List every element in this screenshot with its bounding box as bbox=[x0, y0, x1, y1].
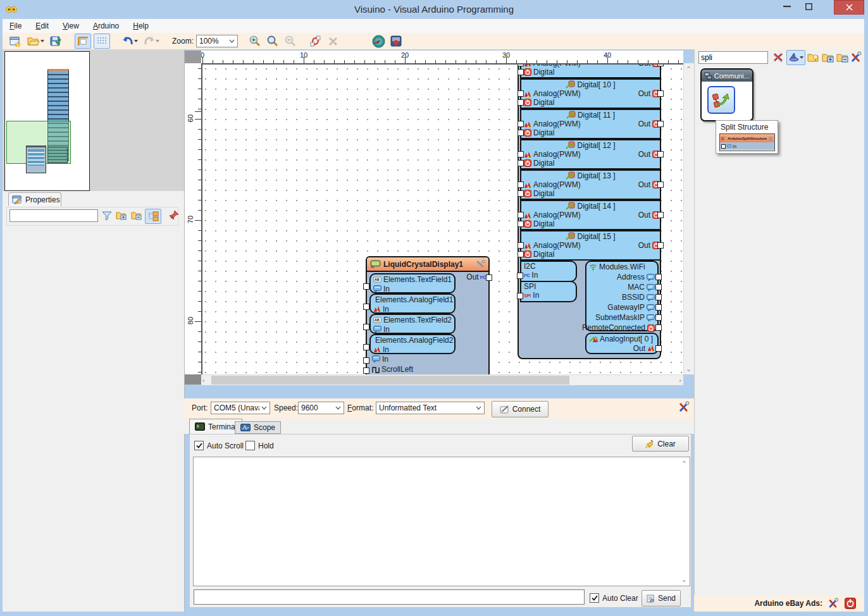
view-mode-button[interactable] bbox=[145, 209, 161, 224]
pin[interactable] bbox=[363, 283, 369, 290]
digital-pin-block[interactable]: Digital[ 13 ] Analog(PWM) Out Digital bbox=[520, 169, 661, 200]
maximize-button[interactable] bbox=[798, 0, 819, 13]
digital-pin-block-partial[interactable]: Analog(PWM) Out Digital bbox=[520, 63, 661, 78]
redo-button[interactable] bbox=[142, 34, 161, 48]
i2c-channel-block[interactable]: I2C I²C In bbox=[520, 261, 577, 282]
filter-icon[interactable] bbox=[102, 211, 112, 221]
lcd-element[interactable]: AB Elements.TextField2 In bbox=[369, 314, 456, 334]
hold-option[interactable]: Hold bbox=[245, 441, 274, 450]
lcd-element[interactable]: AB Elements.AnalogField1 In bbox=[369, 293, 456, 314]
pin[interactable] bbox=[655, 314, 662, 321]
pin[interactable] bbox=[363, 344, 369, 350]
delete-button[interactable] bbox=[325, 34, 340, 48]
pin[interactable] bbox=[657, 182, 664, 188]
pin[interactable] bbox=[518, 221, 524, 227]
filter-favorites-icon[interactable] bbox=[807, 52, 820, 63]
digital-pin-block[interactable]: Digital[ 12 ] Analog(PWM) Out Digital bbox=[520, 139, 661, 169]
wifi-module-block[interactable]: Modules.WiFi Address MAC BSSID GatewayIP bbox=[585, 261, 659, 331]
serial-settings-icon[interactable] bbox=[678, 401, 690, 413]
open-project-button[interactable] bbox=[25, 34, 46, 48]
zoom-reset-button[interactable] bbox=[264, 34, 280, 48]
spi-channel-block[interactable]: SPI SPI In bbox=[520, 281, 577, 302]
port-combobox[interactable]: COM5 (Unava bbox=[211, 402, 270, 414]
pin[interactable] bbox=[657, 151, 664, 157]
auto-scroll-option[interactable]: Auto Scroll bbox=[194, 441, 244, 450]
pin[interactable] bbox=[518, 212, 524, 218]
compile-button[interactable] bbox=[371, 34, 386, 48]
tools-icon[interactable] bbox=[476, 260, 485, 268]
collapse-all-icon[interactable] bbox=[131, 211, 142, 220]
pin[interactable] bbox=[518, 242, 524, 249]
pin[interactable] bbox=[518, 130, 524, 136]
pin[interactable] bbox=[655, 304, 662, 311]
canvas-horizontal-scrollbar[interactable]: ‹ › bbox=[201, 374, 683, 385]
menu-file[interactable]: File bbox=[3, 20, 28, 32]
digital-pin-block[interactable]: Digital[ 14 ] Analog(PWM) Out Digital bbox=[520, 200, 661, 230]
format-combobox[interactable]: Unformatted Text bbox=[376, 402, 485, 414]
pin[interactable] bbox=[657, 242, 664, 249]
pin[interactable] bbox=[517, 293, 523, 299]
arrange-wires-button[interactable] bbox=[307, 34, 323, 48]
pin[interactable] bbox=[655, 324, 662, 331]
minimize-button[interactable] bbox=[777, 0, 797, 13]
design-canvas[interactable]: Analog(PWM) Out Digital Digital[ 10 ] An… bbox=[201, 63, 683, 374]
component-search-input[interactable] bbox=[698, 51, 768, 64]
speed-combobox[interactable]: 9600 bbox=[298, 402, 344, 414]
pin[interactable] bbox=[518, 99, 524, 106]
terminal-scroll-down[interactable]: ⌄ bbox=[681, 575, 687, 584]
pin[interactable] bbox=[657, 63, 664, 66]
pin[interactable] bbox=[518, 160, 524, 166]
pin[interactable] bbox=[517, 273, 523, 279]
auto-clear-checkbox[interactable] bbox=[590, 593, 599, 603]
ads-settings-icon[interactable] bbox=[828, 598, 840, 609]
pin[interactable] bbox=[518, 90, 524, 97]
scroll-up-arrow[interactable]: ⌃ bbox=[686, 65, 691, 73]
pin[interactable] bbox=[655, 294, 662, 300]
terminal-output-area[interactable]: ⌃ ⌄ bbox=[193, 457, 690, 586]
zoom-in-button[interactable] bbox=[247, 34, 262, 48]
ads-power-icon[interactable] bbox=[845, 598, 856, 609]
pin[interactable] bbox=[655, 345, 662, 352]
zoom-combobox[interactable]: 100% bbox=[196, 35, 238, 47]
properties-filter-input[interactable] bbox=[9, 209, 98, 222]
canvas-vertical-scrollbar[interactable]: ⌃ ⌄ bbox=[683, 63, 695, 374]
pin[interactable] bbox=[518, 151, 524, 157]
category-communication[interactable]: Communi... bbox=[700, 68, 753, 121]
expand-categories-icon[interactable] bbox=[822, 52, 834, 63]
auto-clear-option[interactable]: Auto Clear bbox=[590, 593, 638, 603]
send-button[interactable]: Send bbox=[642, 590, 681, 607]
pin[interactable] bbox=[657, 90, 664, 97]
pin[interactable] bbox=[363, 367, 369, 374]
scroll-right-arrow[interactable]: › bbox=[679, 376, 681, 385]
diagram-minimap[interactable] bbox=[4, 51, 90, 191]
digital-pin-block[interactable]: Digital[ 11 ] Analog(PWM) Out Digital bbox=[520, 109, 661, 139]
connect-button[interactable]: Connect bbox=[492, 401, 549, 417]
lcd-header[interactable]: PL LiquidCrystalDisplay1 bbox=[367, 257, 488, 272]
lcd-element[interactable]: AB Elements.AnalogField2 In bbox=[369, 334, 456, 354]
pin[interactable] bbox=[655, 274, 662, 280]
toggle-grid-button[interactable] bbox=[94, 34, 110, 49]
analog-input-block[interactable]: AnalogInput[ 0 ] Out bbox=[585, 333, 659, 354]
menu-edit[interactable]: Edit bbox=[28, 20, 56, 32]
pin[interactable] bbox=[486, 274, 492, 281]
wizard-button[interactable] bbox=[786, 50, 805, 65]
pin[interactable] bbox=[363, 304, 369, 310]
close-button[interactable] bbox=[834, 0, 864, 15]
menu-help[interactable]: Help bbox=[126, 20, 156, 32]
terminal-scroll-up[interactable]: ⌃ bbox=[681, 459, 687, 468]
auto-scroll-checkbox[interactable] bbox=[194, 441, 204, 450]
collapse-categories-icon[interactable] bbox=[836, 52, 849, 63]
pin[interactable] bbox=[518, 63, 524, 66]
pin[interactable] bbox=[518, 190, 524, 197]
pin[interactable] bbox=[518, 251, 524, 257]
menu-arduino[interactable]: Arduino bbox=[86, 20, 126, 32]
digital-pin-block[interactable]: Digital[ 10 ] Analog(PWM) Out Digital bbox=[520, 78, 661, 109]
lcd-element[interactable]: AB Elements.TextField1 In bbox=[369, 273, 456, 293]
pin[interactable] bbox=[518, 69, 524, 75]
scroll-down-arrow[interactable]: ⌄ bbox=[686, 364, 691, 373]
hold-checkbox[interactable] bbox=[245, 441, 255, 450]
tab-scope[interactable]: Scope bbox=[235, 421, 281, 434]
pin[interactable] bbox=[363, 324, 369, 330]
menu-view[interactable]: View bbox=[56, 20, 86, 32]
pin[interactable] bbox=[363, 357, 369, 364]
